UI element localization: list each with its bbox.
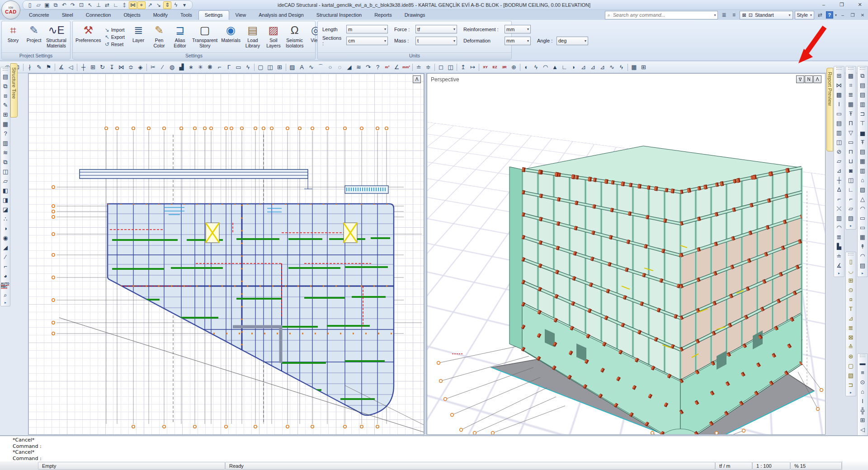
clip-icon[interactable]: ⊐ [846, 380, 855, 390]
paste-flag-icon[interactable]: ⚑ [44, 63, 53, 72]
diagonal-icon[interactable]: ⤬ [835, 204, 844, 213]
wheel-icon[interactable]: ⊛ [846, 352, 855, 361]
search-dropdown-icon[interactable]: ▾ [714, 13, 716, 17]
xy-coords-icon[interactable]: XY [481, 63, 490, 72]
auto-rbc-icon[interactable]: AUTO RBC [1, 281, 10, 290]
command-area[interactable]: *Cancel*Command :*Cancel*Command : [0, 435, 868, 461]
collapse-view-button[interactable]: Λ [813, 75, 821, 83]
export-report-icon[interactable]: ⊐ [858, 109, 867, 118]
help-button[interactable]: ? [826, 11, 833, 19]
3d-rotate-icon[interactable]: 3R [500, 63, 509, 72]
dome-icon[interactable]: ◠ [541, 63, 550, 72]
separator[interactable] [77, 64, 77, 71]
reinforcement-combo[interactable]: mm▾ [505, 25, 531, 33]
text-icon[interactable]: A [297, 63, 307, 72]
report-preview-tab[interactable]: Report Preview [826, 68, 833, 151]
grid-view-icon[interactable]: ⊞ [835, 71, 844, 80]
explode-icon[interactable]: ✳ [196, 63, 205, 72]
bridge-report-icon[interactable]: ◠ [858, 204, 867, 213]
project-button[interactable]: ✎ Project [24, 22, 44, 52]
compass-icon[interactable]: ∡ [57, 63, 66, 72]
cam-icon[interactable]: ⊙ [846, 285, 855, 295]
ungroup-icon[interactable]: ◨ [1, 195, 10, 205]
copy-report-icon[interactable]: ⧉ [858, 71, 867, 80]
center-mark-icon[interactable]: ┼ [835, 175, 844, 185]
pen-color-button[interactable]: ✎ Pen Color [149, 22, 169, 52]
ibeam-report-icon[interactable]: Ι [858, 396, 867, 406]
sections-combo[interactable]: cm▾ [346, 37, 388, 45]
toolbar-grip[interactable] [860, 355, 865, 357]
area-m2-icon[interactable]: m² [382, 63, 392, 72]
mass-combo[interactable]: t▾ [415, 37, 457, 45]
color-mix-icon[interactable]: ◕ [1, 271, 10, 281]
axo-report-icon[interactable]: ↟ [858, 242, 867, 251]
query-object-icon[interactable]: ? [1, 129, 10, 138]
rotate-copy-icon[interactable]: ↷ [363, 63, 373, 72]
arc-icon[interactable]: ⌒ [316, 63, 326, 72]
move-grid-icon[interactable]: ⊞ [88, 63, 98, 72]
doc-close-icon[interactable]: ✕ [859, 13, 867, 18]
drop-node-icon[interactable]: ↧ [107, 63, 117, 72]
regroup-icon[interactable]: ◪ [1, 205, 10, 214]
building-icon[interactable]: ▯ [846, 257, 855, 266]
warning-view-icon[interactable]: Δ [835, 185, 844, 194]
section-view-icon[interactable]: ≋ [1, 148, 10, 157]
paste-format-icon[interactable]: ▱ [1, 176, 10, 186]
level-mark-icon[interactable]: ≐ [835, 251, 844, 261]
plate-icon[interactable]: ⊿ [846, 314, 855, 323]
tab-drawings[interactable]: Drawings [398, 10, 432, 20]
tab-structural-inspection[interactable]: Structural Inspection [310, 10, 368, 20]
help-dropdown-icon[interactable]: ▾ [835, 13, 837, 17]
separator[interactable] [627, 64, 628, 71]
tab-steel[interactable]: Steel [56, 10, 80, 20]
materials-button[interactable]: ◉ Materials [220, 22, 242, 52]
beam-report-icon[interactable]: Ŧ [858, 137, 867, 147]
edit-grips-icon[interactable]: ✎ [1, 100, 10, 110]
structure-tree-tab[interactable]: Structure Tree [10, 63, 18, 118]
note2-report-icon[interactable]: ▭ [858, 223, 867, 232]
point-cloud-icon[interactable]: ∴ [1, 214, 10, 224]
cloud-icon[interactable]: ◌ [335, 63, 344, 72]
box-select-icon[interactable]: ▭ [234, 63, 243, 72]
move-icon[interactable]: ┼ [79, 63, 88, 72]
array-icon[interactable]: ▢ [256, 63, 265, 72]
paint-region-icon[interactable]: ⊿ [835, 166, 844, 175]
draw-line-icon[interactable]: ∕ [1, 252, 10, 262]
length-combo[interactable]: m▾ [346, 25, 388, 33]
camera-view-icon[interactable]: ◉ [1, 233, 10, 243]
polyline-icon[interactable]: ∿ [307, 63, 316, 72]
joint-view-icon[interactable]: ⋈ [835, 80, 844, 90]
tab-settings[interactable]: Settings [198, 10, 229, 20]
toolbar-overflow-icon[interactable]: ▸ [5, 301, 6, 305]
corner-view-icon[interactable]: ⌐ [835, 194, 844, 204]
toolbar-overflow-icon[interactable]: ▸ [862, 271, 863, 275]
toolbar-overflow-icon[interactable]: ▸ [850, 390, 852, 395]
axis-up-icon[interactable]: ↥ [458, 63, 468, 72]
boxed-slab-icon[interactable]: ◙ [846, 166, 855, 175]
separator[interactable] [434, 64, 435, 71]
export-button[interactable]: ↖Export [105, 34, 125, 40]
tab-reports[interactable]: Reports [368, 10, 398, 20]
footing-icon[interactable]: ⊔ [846, 156, 855, 166]
peaks-icon[interactable]: ≙ [846, 342, 855, 352]
building-report-icon[interactable]: ▦ [858, 156, 867, 166]
seismic-isolators-button[interactable]: Ω Seismic Isolators [284, 22, 305, 52]
panel-icon[interactable]: ◫ [846, 175, 855, 185]
ladder-icon[interactable]: ≣ [835, 232, 844, 242]
bulb-icon[interactable]: ◐ [522, 63, 531, 72]
angle-123-icon[interactable]: ∡ [835, 261, 844, 270]
close-button[interactable]: ✕ [854, 1, 866, 8]
z-coords-icon[interactable]: EZ [490, 63, 500, 72]
column-ends-icon[interactable]: Ι [835, 99, 844, 109]
trim-icon[interactable]: ✂ [148, 63, 158, 72]
door-icon[interactable]: ◫ [265, 63, 275, 72]
level-paint-icon[interactable]: ≑ [424, 63, 433, 72]
ruler-report-icon[interactable]: ▬ [858, 358, 867, 368]
house-report-icon[interactable]: ⌂ [858, 387, 867, 396]
style-combo[interactable]: Style ▾ [795, 11, 814, 19]
toolbar-grip[interactable] [848, 67, 854, 70]
angle-combo[interactable]: deg▾ [557, 37, 588, 45]
corner-icon[interactable]: ∟ [560, 63, 569, 72]
spring-icon[interactable]: ≋ [354, 63, 363, 72]
tab-concrete[interactable]: Concrete [23, 10, 56, 20]
